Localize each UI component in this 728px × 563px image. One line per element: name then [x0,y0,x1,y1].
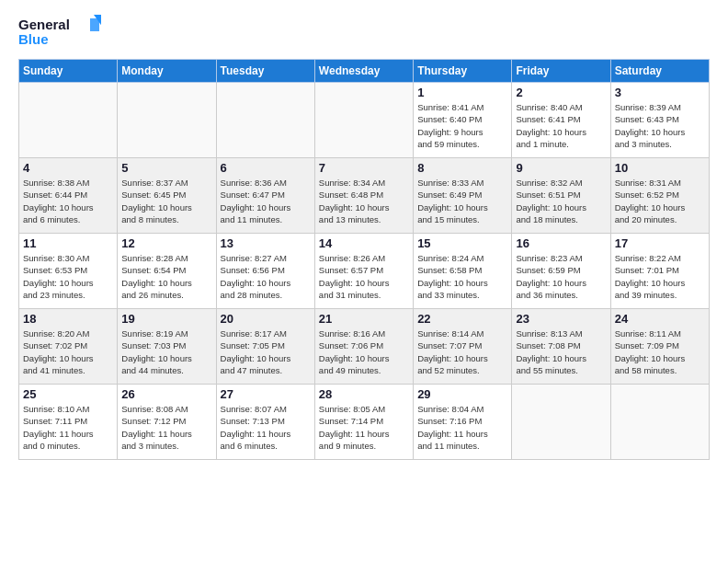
day-cell: 11Sunrise: 8:30 AM Sunset: 6:53 PM Dayli… [19,234,118,309]
day-number: 23 [516,312,606,326]
day-cell: 24Sunrise: 8:11 AM Sunset: 7:09 PM Dayli… [610,309,709,385]
day-number: 11 [23,236,113,250]
day-number: 14 [319,236,409,250]
day-number: 3 [615,86,705,99]
day-info: Sunrise: 8:10 AM Sunset: 7:11 PM Dayligh… [23,403,113,452]
week-row-3: 11Sunrise: 8:30 AM Sunset: 6:53 PM Dayli… [19,234,710,309]
day-cell: 16Sunrise: 8:23 AM Sunset: 6:59 PM Dayli… [512,234,610,309]
logo-text: General Blue [18,15,101,52]
day-cell: 22Sunrise: 8:14 AM Sunset: 7:07 PM Dayli… [414,309,512,385]
day-info: Sunrise: 8:14 AM Sunset: 7:07 PM Dayligh… [417,327,507,376]
weekday-header-friday: Friday [512,60,610,83]
day-cell: 26Sunrise: 8:08 AM Sunset: 7:12 PM Dayli… [118,385,216,460]
day-number: 4 [23,161,113,175]
svg-text:Blue: Blue [18,31,49,47]
weekday-header-row: SundayMondayTuesdayWednesdayThursdayFrid… [19,60,710,83]
day-number: 29 [417,387,507,401]
day-number: 6 [221,161,311,175]
weekday-header-tuesday: Tuesday [216,60,314,83]
week-row-2: 4Sunrise: 8:38 AM Sunset: 6:44 PM Daylig… [19,158,710,234]
day-info: Sunrise: 8:30 AM Sunset: 6:53 PM Dayligh… [23,252,113,301]
day-info: Sunrise: 8:33 AM Sunset: 6:49 PM Dayligh… [417,177,507,225]
day-number: 20 [221,312,311,326]
day-cell: 25Sunrise: 8:10 AM Sunset: 7:11 PM Dayli… [19,385,118,460]
day-cell: 1Sunrise: 8:41 AM Sunset: 6:40 PM Daylig… [414,83,512,158]
day-number: 18 [23,312,113,326]
day-cell: 3Sunrise: 8:39 AM Sunset: 6:43 PM Daylig… [610,83,709,158]
weekday-header-saturday: Saturday [610,60,709,83]
day-info: Sunrise: 8:38 AM Sunset: 6:44 PM Dayligh… [23,177,113,225]
day-cell: 18Sunrise: 8:20 AM Sunset: 7:02 PM Dayli… [19,309,118,385]
day-number: 25 [23,387,113,401]
day-cell: 7Sunrise: 8:34 AM Sunset: 6:48 PM Daylig… [314,158,413,234]
logo-svg: General Blue [18,15,101,52]
day-cell [314,83,413,158]
logo: General Blue [18,15,101,52]
day-info: Sunrise: 8:13 AM Sunset: 7:08 PM Dayligh… [516,327,606,376]
day-cell: 15Sunrise: 8:24 AM Sunset: 6:58 PM Dayli… [414,234,512,309]
day-info: Sunrise: 8:05 AM Sunset: 7:14 PM Dayligh… [319,403,409,452]
day-number: 8 [417,161,507,175]
day-info: Sunrise: 8:16 AM Sunset: 7:06 PM Dayligh… [319,327,409,376]
day-number: 5 [121,161,211,175]
day-cell: 10Sunrise: 8:31 AM Sunset: 6:52 PM Dayli… [610,158,709,234]
day-info: Sunrise: 8:07 AM Sunset: 7:13 PM Dayligh… [221,403,311,452]
weekday-header-wednesday: Wednesday [314,60,413,83]
day-number: 24 [615,312,705,326]
day-number: 19 [121,312,211,326]
day-cell: 14Sunrise: 8:26 AM Sunset: 6:57 PM Dayli… [314,234,413,309]
day-info: Sunrise: 8:37 AM Sunset: 6:45 PM Dayligh… [121,177,211,225]
day-cell: 12Sunrise: 8:28 AM Sunset: 6:54 PM Dayli… [118,234,216,309]
day-info: Sunrise: 8:40 AM Sunset: 6:41 PM Dayligh… [516,101,606,150]
day-number: 12 [121,236,211,250]
day-number: 13 [221,236,311,250]
day-info: Sunrise: 8:39 AM Sunset: 6:43 PM Dayligh… [615,101,705,150]
day-cell: 27Sunrise: 8:07 AM Sunset: 7:13 PM Dayli… [216,385,314,460]
day-number: 21 [319,312,409,326]
day-info: Sunrise: 8:20 AM Sunset: 7:02 PM Dayligh… [23,327,113,376]
weekday-header-sunday: Sunday [19,60,118,83]
day-number: 26 [121,387,211,401]
day-number: 2 [516,86,606,99]
day-number: 1 [417,86,507,99]
day-info: Sunrise: 8:28 AM Sunset: 6:54 PM Dayligh… [121,252,211,301]
day-info: Sunrise: 8:34 AM Sunset: 6:48 PM Dayligh… [319,177,409,225]
calendar-table: SundayMondayTuesdayWednesdayThursdayFrid… [18,59,710,460]
day-number: 9 [516,161,606,175]
page-header: General Blue [18,15,710,52]
day-cell: 13Sunrise: 8:27 AM Sunset: 6:56 PM Dayli… [216,234,314,309]
day-info: Sunrise: 8:24 AM Sunset: 6:58 PM Dayligh… [417,252,507,301]
day-cell: 23Sunrise: 8:13 AM Sunset: 7:08 PM Dayli… [512,309,610,385]
day-cell [118,83,216,158]
day-cell: 29Sunrise: 8:04 AM Sunset: 7:16 PM Dayli… [414,385,512,460]
day-cell: 2Sunrise: 8:40 AM Sunset: 6:41 PM Daylig… [512,83,610,158]
day-info: Sunrise: 8:04 AM Sunset: 7:16 PM Dayligh… [417,403,507,452]
weekday-header-monday: Monday [118,60,216,83]
day-info: Sunrise: 8:31 AM Sunset: 6:52 PM Dayligh… [615,177,705,225]
day-number: 16 [516,236,606,250]
day-number: 17 [615,236,705,250]
week-row-4: 18Sunrise: 8:20 AM Sunset: 7:02 PM Dayli… [19,309,710,385]
day-number: 10 [615,161,705,175]
day-number: 28 [319,387,409,401]
day-number: 15 [417,236,507,250]
day-info: Sunrise: 8:23 AM Sunset: 6:59 PM Dayligh… [516,252,606,301]
day-cell: 4Sunrise: 8:38 AM Sunset: 6:44 PM Daylig… [19,158,118,234]
day-info: Sunrise: 8:36 AM Sunset: 6:47 PM Dayligh… [221,177,311,225]
svg-text:General: General [18,17,70,32]
day-cell: 21Sunrise: 8:16 AM Sunset: 7:06 PM Dayli… [314,309,413,385]
day-cell: 8Sunrise: 8:33 AM Sunset: 6:49 PM Daylig… [414,158,512,234]
day-info: Sunrise: 8:08 AM Sunset: 7:12 PM Dayligh… [121,403,211,452]
day-cell [512,385,610,460]
day-cell [610,385,709,460]
week-row-1: 1Sunrise: 8:41 AM Sunset: 6:40 PM Daylig… [19,83,710,158]
day-number: 7 [319,161,409,175]
day-info: Sunrise: 8:27 AM Sunset: 6:56 PM Dayligh… [221,252,311,301]
day-info: Sunrise: 8:22 AM Sunset: 7:01 PM Dayligh… [615,252,705,301]
day-cell: 6Sunrise: 8:36 AM Sunset: 6:47 PM Daylig… [216,158,314,234]
weekday-header-thursday: Thursday [414,60,512,83]
day-cell: 17Sunrise: 8:22 AM Sunset: 7:01 PM Dayli… [610,234,709,309]
day-info: Sunrise: 8:11 AM Sunset: 7:09 PM Dayligh… [615,327,705,376]
day-cell: 20Sunrise: 8:17 AM Sunset: 7:05 PM Dayli… [216,309,314,385]
day-cell: 5Sunrise: 8:37 AM Sunset: 6:45 PM Daylig… [118,158,216,234]
